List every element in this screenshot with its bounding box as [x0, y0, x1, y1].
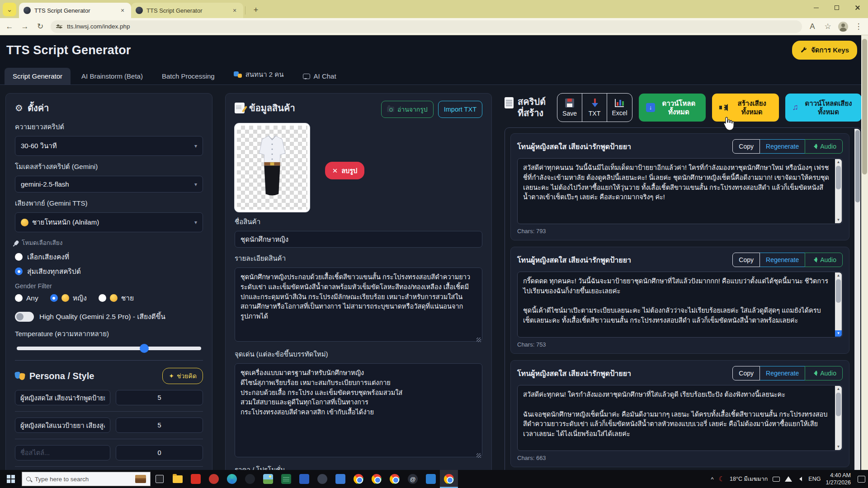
persona-count-input[interactable]	[116, 445, 203, 460]
radio-unchecked[interactable]	[15, 253, 23, 261]
photos-button[interactable]	[259, 470, 277, 488]
gender-any[interactable]: Any	[15, 294, 38, 302]
touch-keyboard-icon[interactable]	[773, 477, 780, 482]
scripts-scrollbar[interactable]	[854, 129, 860, 470]
new-tab-button[interactable]: +	[250, 4, 262, 16]
browser-tab-2[interactable]: TTS Script Generator ×	[131, 3, 243, 18]
tray-expand-icon[interactable]: ^	[711, 476, 713, 483]
minimize-button[interactable]	[806, 0, 826, 15]
reload-icon[interactable]: ↻	[35, 22, 45, 31]
voice-mode-random[interactable]: สุ่มเสียงทุกสคริปต์	[15, 266, 203, 277]
audio-button[interactable]: Audio	[805, 139, 843, 154]
mail-button[interactable]: @	[404, 470, 422, 488]
radio-checked[interactable]	[15, 267, 23, 275]
product-name-input[interactable]	[235, 231, 482, 248]
start-button[interactable]	[0, 470, 22, 488]
script-text[interactable]: สวัสดีค่าทุกคนนน วันนี้ฉันมีไอเท็มเด็ดมา…	[518, 159, 842, 224]
tab-close-icon[interactable]: ×	[231, 6, 239, 14]
regenerate-button[interactable]: Regenerate	[760, 253, 805, 267]
page-scrollbar[interactable]	[861, 35, 868, 470]
save-button[interactable]: Save	[557, 94, 582, 122]
chrome-button[interactable]	[386, 470, 404, 488]
download-all-button[interactable]: ↓ดาวน์โหลดทั้งหมด	[639, 94, 706, 122]
persona-help-button[interactable]: ✦ช่วยคิด	[162, 368, 203, 384]
network-icon[interactable]	[785, 476, 792, 482]
toggle-off[interactable]	[15, 312, 34, 322]
textarea-scrollbar[interactable]: ▲▼	[835, 272, 842, 337]
action-center-icon[interactable]	[858, 476, 865, 483]
persona-name-input[interactable]	[15, 445, 110, 460]
browser-menu-icon[interactable]: ⋮	[854, 22, 863, 31]
audio-button[interactable]: Audio	[805, 366, 843, 380]
tab-ai-chat[interactable]: AI Chat	[295, 68, 344, 84]
tab-search-button[interactable]: ⌄	[3, 3, 16, 16]
app-button[interactable]	[313, 470, 331, 488]
textarea-scrollbar[interactable]: ▲▼	[835, 159, 842, 223]
persona-name-input[interactable]	[15, 390, 110, 405]
clock[interactable]: 4:40 AM 1/27/2026	[826, 472, 851, 487]
task-view-button[interactable]	[151, 470, 169, 488]
voice-select[interactable]: ชายโทนหนัก (Alnilam)▾	[15, 212, 203, 232]
app-button[interactable]	[422, 470, 440, 488]
profile-avatar[interactable]	[838, 22, 848, 32]
taskbar-search-input[interactable]: Type here to search	[22, 472, 151, 486]
script-length-select[interactable]: 30-60 วินาที▾	[15, 136, 203, 156]
import-txt-button[interactable]: Import TXT	[438, 101, 482, 118]
excel-button[interactable]	[277, 470, 295, 488]
edge-button[interactable]	[223, 470, 241, 488]
tab-ai-brainstorm[interactable]: AI Brainstorm (Beta)	[73, 68, 151, 84]
persona-name-input[interactable]	[15, 418, 110, 433]
resize-grip[interactable]	[476, 453, 481, 458]
copy-button[interactable]: Copy	[732, 366, 760, 380]
tab-conversation-2[interactable]: สนทนา 2 คน	[226, 65, 292, 84]
generate-all-audio-button[interactable]: สร้างเสียงทั้งหมด	[712, 94, 779, 122]
app-button[interactable]	[331, 470, 349, 488]
persona-count-input[interactable]	[116, 390, 203, 405]
close-button[interactable]	[847, 0, 868, 15]
gender-male[interactable]: ชาย	[99, 292, 134, 304]
copy-button[interactable]: Copy	[732, 253, 760, 267]
resize-grip[interactable]	[476, 338, 481, 342]
download-all-audio-button[interactable]: ♫ดาวน์โหลดเสียงทั้งหมด	[785, 94, 862, 122]
gender-female[interactable]: หญิง	[50, 292, 87, 304]
forward-icon[interactable]: →	[20, 22, 30, 31]
scrollbar-thumb[interactable]	[862, 39, 867, 174]
voice-mode-fixed[interactable]: เลือกเสียงคงที่	[15, 251, 203, 263]
read-from-image-button[interactable]: อ่านจากรูป	[381, 101, 434, 118]
regenerate-button[interactable]: Regenerate	[760, 139, 805, 154]
app-button[interactable]	[205, 470, 223, 488]
slider-thumb[interactable]	[140, 344, 149, 353]
copy-button[interactable]: Copy	[732, 139, 760, 154]
audio-button[interactable]: Audio	[805, 253, 843, 267]
highlights-textarea[interactable]: ชุดเครื่องแบบมาตรฐานสำหรับนักศึกษาหญิง ด…	[235, 363, 482, 457]
app-button[interactable]	[295, 470, 313, 488]
persona-count-input[interactable]	[116, 418, 203, 433]
temperature-slider[interactable]	[17, 347, 201, 350]
file-explorer-button[interactable]	[169, 470, 187, 488]
chrome-active-button[interactable]	[440, 470, 458, 488]
chrome-button[interactable]	[368, 470, 386, 488]
tab-script-generator[interactable]: Script Generator	[5, 68, 71, 84]
regenerate-button[interactable]: Regenerate	[760, 366, 805, 380]
tab-batch-processing[interactable]: Batch Processing	[154, 68, 223, 84]
tab-close-icon[interactable]: ×	[118, 6, 127, 14]
language-indicator[interactable]: ENG	[808, 476, 821, 482]
model-select[interactable]: gemini-2.5-flash▾	[15, 176, 203, 192]
manage-keys-button[interactable]: จัดการ Keys	[792, 41, 857, 60]
delete-image-button[interactable]: ✕ลบรูป	[325, 162, 364, 179]
script-text[interactable]: สวัสดีค่ะทุกคน! ใครกำลังมองหาชุดนักศึกษา…	[518, 385, 842, 450]
address-bar[interactable]: tts.lnwsj.com/index.php	[51, 20, 802, 33]
scrollbar-thumb[interactable]	[855, 130, 860, 202]
site-info-icon[interactable]	[56, 25, 62, 28]
script-text[interactable]: กรี๊ดดดด ทุกคนคะ! วันนี้ฉันจะมาป้ายยาชุด…	[518, 272, 842, 337]
app-button[interactable]	[187, 470, 205, 488]
high-quality-toggle-row[interactable]: High Quality (Gemini 2.5 Pro) - เสียงดีข…	[15, 311, 203, 322]
txt-export-button[interactable]: TXT	[582, 94, 607, 122]
app-button[interactable]	[241, 470, 259, 488]
browser-tab-1[interactable]: TTS Script Generator ×	[19, 3, 131, 18]
weather-text[interactable]: 18°C มีเมฆมาก	[730, 474, 768, 483]
volume-icon[interactable]	[797, 476, 803, 482]
bookmark-star-icon[interactable]: ☆	[823, 22, 833, 31]
product-detail-textarea[interactable]: ชุดนักศึกษาหญิงประกอบด้วยเสื้อเชิ้ตสีขาว…	[235, 267, 482, 342]
textarea-scrollbar[interactable]: ▲▼	[835, 386, 842, 450]
